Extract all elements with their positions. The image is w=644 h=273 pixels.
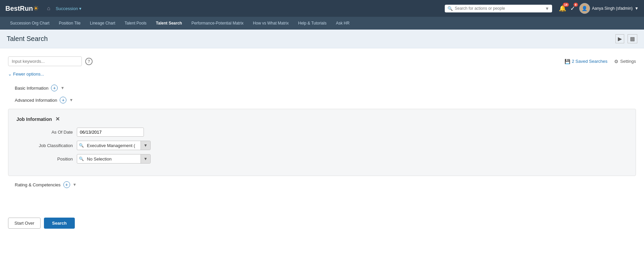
global-search-input[interactable] bbox=[455, 6, 535, 11]
messages-badge: 8 bbox=[574, 3, 578, 7]
advanced-info-add-button[interactable]: + bbox=[60, 97, 66, 103]
saved-searches-button[interactable]: 💾 2 Saved Searches bbox=[565, 59, 607, 64]
job-classification-row: Job Classification 🔍 ▼ bbox=[16, 141, 628, 150]
nav-help-tutorials[interactable]: Help & Tutorials bbox=[293, 17, 331, 30]
job-info-panel: Job Information ✕ As Of Date Job Classif… bbox=[8, 109, 636, 176]
rating-competencies-label: Rating & Competencies bbox=[15, 182, 61, 187]
advanced-information-section: Advanced Information + ▼ bbox=[8, 94, 636, 106]
bottom-buttons: Start Over Search bbox=[8, 211, 636, 232]
as-of-date-input[interactable] bbox=[77, 128, 144, 137]
position-select[interactable]: 🔍 ▼ bbox=[77, 154, 151, 164]
succession-dropdown[interactable]: Succession ▾ bbox=[56, 6, 82, 11]
nav-position-tile[interactable]: Position Tile bbox=[54, 17, 85, 30]
logo: BestRun ☀ bbox=[5, 4, 39, 12]
top-navbar: BestRun ☀ ⌂ Succession ▾ 🔍 ▼ 🔔 18 ✓ 8 👤 … bbox=[0, 0, 644, 17]
nav-icons: 🔔 18 ✓ 8 👤 Aanya Singh (sfadmin) ▼ bbox=[559, 3, 639, 14]
global-search-bar[interactable]: 🔍 ▼ bbox=[445, 5, 552, 12]
nav-lineage-chart[interactable]: Lineage Chart bbox=[85, 17, 120, 30]
settings-button[interactable]: ⚙ Settings bbox=[614, 59, 636, 64]
basic-info-label: Basic Information bbox=[15, 86, 48, 91]
chart-icon[interactable]: ▩ bbox=[628, 34, 637, 43]
position-search-icon: 🔍 bbox=[77, 155, 86, 163]
logo-cloud-icon: ☀ bbox=[33, 4, 39, 12]
user-avatar-btn[interactable]: 👤 Aanya Singh (sfadmin) ▼ bbox=[579, 3, 639, 14]
succession-dropdown-icon: ▾ bbox=[79, 6, 82, 11]
main-content: ? 💾 2 Saved Searches ⚙ Settings ⌄ Fewer … bbox=[0, 48, 644, 273]
notifications-icon[interactable]: 🔔 18 bbox=[559, 5, 566, 12]
rating-chevron[interactable]: ▼ bbox=[73, 182, 77, 187]
notifications-badge: 18 bbox=[563, 3, 569, 7]
settings-icon: ⚙ bbox=[614, 59, 619, 64]
global-search-icon: 🔍 bbox=[447, 6, 453, 11]
nav-talent-pools[interactable]: Talent Pools bbox=[120, 17, 151, 30]
logo-text: BestRun bbox=[5, 5, 33, 12]
basic-info-chevron[interactable]: ▼ bbox=[60, 86, 64, 90]
page-header: Talent Search ▶ ▩ bbox=[0, 30, 644, 48]
basic-information-section: Basic Information + ▼ bbox=[8, 82, 636, 94]
job-classification-dropdown-icon[interactable]: ▼ bbox=[141, 141, 150, 150]
fewer-options-chevron: ⌄ bbox=[8, 72, 12, 77]
nav-succession-org-chart[interactable]: Succession Org Chart bbox=[5, 17, 54, 30]
page-title: Talent Search bbox=[7, 35, 48, 43]
nav-performance-potential[interactable]: Performance-Potential Matrix bbox=[187, 17, 248, 30]
global-search-dropdown-icon[interactable]: ▼ bbox=[545, 6, 549, 11]
secondary-nav: Succession Org Chart Position Tile Linea… bbox=[0, 17, 644, 30]
saved-icon: 💾 bbox=[565, 59, 570, 64]
job-classification-input[interactable] bbox=[86, 141, 141, 150]
nav-ask-hr[interactable]: Ask HR bbox=[331, 17, 354, 30]
user-dropdown-icon: ▼ bbox=[635, 6, 639, 11]
help-icon[interactable]: ? bbox=[85, 58, 93, 65]
advanced-info-chevron[interactable]: ▼ bbox=[69, 98, 73, 102]
job-classification-label: Job Classification bbox=[16, 143, 77, 148]
settings-label: Settings bbox=[620, 59, 636, 64]
nav-how-vs-what[interactable]: How vs What Matrix bbox=[248, 17, 293, 30]
search-button[interactable]: Search bbox=[44, 218, 74, 229]
messages-icon[interactable]: ✓ 8 bbox=[570, 5, 575, 12]
basic-info-add-button[interactable]: + bbox=[51, 85, 58, 91]
job-info-title: Job Information bbox=[16, 117, 52, 122]
position-label: Position bbox=[16, 156, 77, 162]
advanced-info-label: Advanced Information bbox=[15, 98, 57, 103]
as-of-date-row: As Of Date bbox=[16, 128, 628, 137]
succession-label: Succession bbox=[56, 6, 78, 11]
home-icon[interactable]: ⌂ bbox=[46, 4, 52, 13]
position-input[interactable] bbox=[86, 155, 141, 163]
avatar: 👤 bbox=[579, 3, 590, 14]
position-row: Position 🔍 ▼ bbox=[16, 154, 628, 164]
rating-add-button[interactable]: + bbox=[63, 181, 70, 188]
as-of-date-label: As Of Date bbox=[16, 130, 77, 135]
filters-top-row: ? 💾 2 Saved Searches ⚙ Settings bbox=[8, 56, 636, 66]
rating-competencies-section: Rating & Competencies + ▼ bbox=[8, 179, 636, 191]
keyword-input[interactable] bbox=[8, 56, 82, 66]
job-info-header: Job Information ✕ bbox=[16, 116, 628, 122]
fewer-options-toggle[interactable]: ⌄ Fewer options... bbox=[8, 72, 636, 77]
fewer-options-label: Fewer options... bbox=[13, 72, 44, 77]
user-name: Aanya Singh (sfadmin) bbox=[592, 6, 633, 11]
page-header-icons: ▶ ▩ bbox=[615, 34, 637, 43]
job-classification-search-icon: 🔍 bbox=[77, 141, 86, 149]
position-dropdown-icon[interactable]: ▼ bbox=[141, 154, 150, 163]
start-over-button[interactable]: Start Over bbox=[8, 218, 41, 229]
job-classification-select[interactable]: 🔍 ▼ bbox=[77, 141, 151, 150]
top-right-actions: 💾 2 Saved Searches ⚙ Settings bbox=[565, 59, 636, 64]
nav-talent-search[interactable]: Talent Search bbox=[151, 17, 187, 30]
play-icon[interactable]: ▶ bbox=[615, 34, 624, 43]
job-info-close-button[interactable]: ✕ bbox=[55, 116, 60, 122]
saved-searches-label: 2 Saved Searches bbox=[572, 59, 607, 64]
